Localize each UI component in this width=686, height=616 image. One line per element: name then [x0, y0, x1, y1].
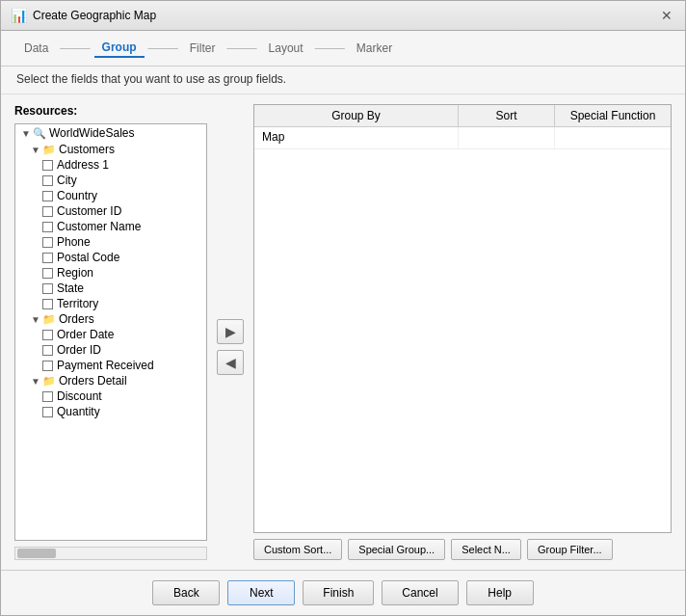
wizard-tabs: Data ──── Group ──── Filter ──── Layout …: [1, 31, 685, 67]
move-right-button[interactable]: ▶: [217, 319, 244, 344]
tree-item-customers[interactable]: ▼ 📁 Customers: [15, 142, 206, 157]
phone-checkbox[interactable]: [42, 237, 53, 248]
resource-tree[interactable]: ▼ 🔍 WorldWideSales ▼ 📁 Customers Address…: [14, 123, 207, 541]
title-bar: 📊 Create Geographic Map ✕: [1, 1, 685, 31]
address1-label: Address 1: [57, 158, 109, 172]
tree-item-country[interactable]: Country: [15, 188, 206, 203]
dialog-title: Create Geographic Map: [33, 9, 156, 22]
root-toggle[interactable]: ▼: [19, 128, 33, 139]
city-checkbox[interactable]: [42, 175, 53, 186]
quantity-checkbox[interactable]: [42, 407, 53, 417]
tab-sep-1: ────: [56, 42, 93, 54]
tree-item-orderdate[interactable]: Order Date: [15, 327, 206, 342]
folder-icon: 📁: [42, 144, 56, 156]
customers-label: Customers: [59, 143, 115, 156]
tree-item-state[interactable]: State: [15, 281, 206, 296]
grid-body: Map: [254, 127, 671, 532]
tree-item-ordersdetail[interactable]: ▼ 📁 Orders Detail: [15, 373, 206, 388]
cancel-button[interactable]: Cancel: [382, 580, 458, 605]
orders-toggle[interactable]: ▼: [29, 314, 42, 325]
territory-checkbox[interactable]: [42, 299, 53, 309]
tab-sep-2: ────: [145, 42, 182, 54]
move-left-button[interactable]: ◀: [217, 350, 244, 375]
tree-item-territory[interactable]: Territory: [15, 296, 206, 311]
tree-item-address1[interactable]: Address 1: [15, 157, 206, 173]
customerid-label: Customer ID: [57, 204, 121, 218]
tree-item-paymentreceived[interactable]: Payment Received: [15, 358, 206, 373]
orders-label: Orders: [59, 312, 94, 326]
tree-item-orders[interactable]: ▼ 📁 Orders: [15, 311, 206, 327]
paymentreceived-label: Payment Received: [57, 359, 154, 372]
tab-sep-3: ────: [223, 42, 260, 54]
close-button[interactable]: ✕: [658, 7, 675, 24]
hscroll-thumb: [17, 549, 56, 558]
discount-label: Discount: [57, 389, 102, 403]
postalcode-label: Postal Code: [57, 251, 119, 264]
state-checkbox[interactable]: [42, 283, 53, 294]
tree-item-customerid[interactable]: Customer ID: [15, 203, 206, 219]
customers-toggle[interactable]: ▼: [29, 145, 42, 155]
header-specialfunction: Special Function: [555, 105, 671, 126]
discount-checkbox[interactable]: [42, 391, 53, 402]
custom-sort-button[interactable]: Custom Sort...: [253, 539, 342, 560]
customername-label: Customer Name: [57, 220, 141, 233]
help-button[interactable]: Help: [466, 580, 534, 605]
grid-header: Group By Sort Special Function: [254, 105, 671, 127]
group-filter-button[interactable]: Group Filter...: [527, 539, 613, 560]
cell-sort-0[interactable]: [459, 127, 555, 148]
paymentreceived-checkbox[interactable]: [42, 361, 53, 371]
tree-item-discount[interactable]: Discount: [15, 388, 206, 404]
tab-filter[interactable]: Filter: [182, 40, 224, 57]
back-button[interactable]: Back: [152, 580, 220, 605]
cell-special-0[interactable]: [555, 127, 671, 148]
tree-item-customername[interactable]: Customer Name: [15, 219, 206, 234]
cell-groupby-0: Map: [254, 127, 459, 148]
country-checkbox[interactable]: [42, 191, 53, 201]
tree-item-city[interactable]: City: [15, 173, 206, 188]
right-panel: Group By Sort Special Function Map Custo…: [253, 104, 672, 560]
state-label: State: [57, 281, 84, 295]
orderdate-checkbox[interactable]: [42, 330, 53, 340]
left-panel: Resources: ▼ 🔍 WorldWideSales ▼ 📁 Custom…: [14, 104, 207, 560]
customername-checkbox[interactable]: [42, 222, 53, 232]
app-icon: 📊: [11, 8, 27, 23]
tree-item-postalcode[interactable]: Postal Code: [15, 250, 206, 265]
territory-label: Territory: [57, 297, 98, 310]
finish-button[interactable]: Finish: [303, 580, 374, 605]
transfer-buttons: ▶ ◀: [217, 104, 244, 560]
folder-icon-ordersdetail: 📁: [42, 375, 56, 388]
root-label: WorldWideSales: [49, 126, 134, 140]
special-group-button[interactable]: Special Group...: [348, 539, 445, 560]
tree-item-orderid[interactable]: Order ID: [15, 342, 206, 358]
tree-item-region[interactable]: Region: [15, 265, 206, 281]
customerid-checkbox[interactable]: [42, 206, 53, 217]
action-buttons-row: Custom Sort... Special Group... Select N…: [253, 539, 672, 560]
region-label: Region: [57, 266, 93, 280]
ordersdetail-toggle[interactable]: ▼: [29, 376, 42, 387]
tab-layout[interactable]: Layout: [261, 40, 311, 57]
grid-row-0[interactable]: Map: [254, 127, 671, 149]
folder-icon-orders: 📁: [42, 313, 56, 326]
postalcode-checkbox[interactable]: [42, 253, 53, 263]
phone-label: Phone: [57, 235, 91, 249]
dialog-footer: Back Next Finish Cancel Help: [1, 570, 685, 615]
address1-checkbox[interactable]: [42, 160, 53, 171]
tree-root[interactable]: ▼ 🔍 WorldWideSales: [15, 124, 206, 142]
search-icon: 🔍: [33, 127, 46, 140]
ordersdetail-label: Orders Detail: [59, 374, 127, 388]
content-area: Resources: ▼ 🔍 WorldWideSales ▼ 📁 Custom…: [1, 94, 685, 570]
next-button[interactable]: Next: [227, 580, 295, 605]
region-checkbox[interactable]: [42, 268, 53, 279]
tab-sep-4: ────: [311, 42, 349, 54]
resources-label: Resources:: [14, 104, 207, 118]
tree-item-quantity[interactable]: Quantity: [15, 404, 206, 419]
header-sort: Sort: [459, 105, 555, 126]
city-label: City: [57, 174, 77, 187]
tab-group[interactable]: Group: [94, 39, 145, 58]
select-n-button[interactable]: Select N...: [451, 539, 521, 560]
tree-hscroll[interactable]: [14, 547, 207, 560]
tab-marker[interactable]: Marker: [349, 40, 400, 57]
tree-item-phone[interactable]: Phone: [15, 234, 206, 250]
orderid-checkbox[interactable]: [42, 345, 53, 356]
tab-data[interactable]: Data: [16, 40, 56, 57]
